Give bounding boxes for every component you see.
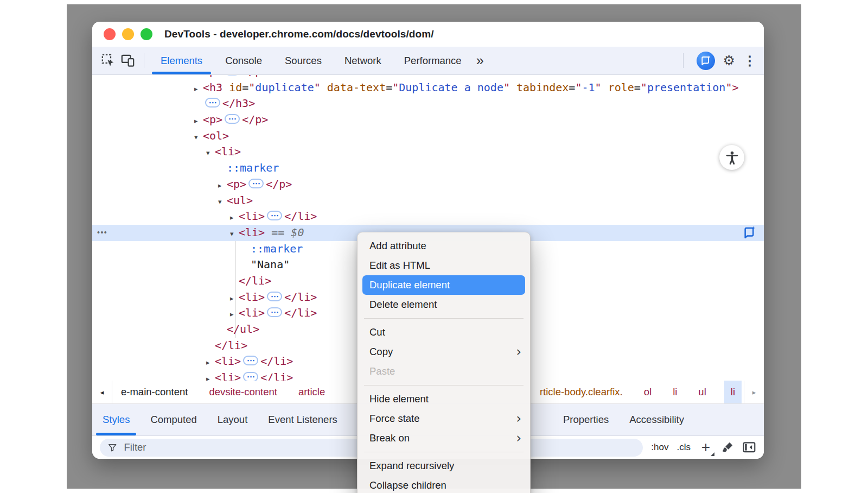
tab-sources[interactable]: Sources xyxy=(273,47,333,74)
code-tag: <li> xyxy=(239,210,265,223)
ellipsis-pill-button[interactable]: ⋯ xyxy=(267,307,282,317)
ellipsis-pill-button[interactable]: ⋯ xyxy=(205,98,220,108)
code-flag: == xyxy=(265,226,291,239)
dom-tree-row[interactable]: ▸<li>⋯</li> xyxy=(92,208,764,225)
menu-item-delete-element[interactable]: Delete element xyxy=(358,295,530,314)
ellipsis-pill-button[interactable]: ⋯ xyxy=(243,372,258,381)
expand-arrow-icon[interactable]: ▾ xyxy=(230,226,239,242)
code-val: duplicate xyxy=(255,81,314,94)
code-tag: </li> xyxy=(260,355,293,368)
breadcrumb-item-li[interactable]: li xyxy=(724,381,742,403)
row-overflow-dots[interactable]: ••• xyxy=(97,225,107,241)
tab-network[interactable]: Network xyxy=(333,47,393,74)
tab-event-listeners[interactable]: Event Listeners xyxy=(258,404,348,435)
toolbar-divider xyxy=(683,53,684,68)
code-tag: <li> xyxy=(239,226,265,239)
dom-tree-row[interactable]: ▸<h3 id="duplicate" data-text="Duplicate… xyxy=(92,80,764,96)
collapse-arrow-icon[interactable]: ▸ xyxy=(194,81,203,97)
menu-item-collapse-children[interactable]: Collapse children xyxy=(358,476,530,493)
tab-properties[interactable]: Properties xyxy=(553,404,619,435)
breadcrumb-item-devsite-content[interactable]: devsite-content xyxy=(206,381,280,403)
menu-item-edit-as-html[interactable]: Edit as HTML xyxy=(358,256,530,275)
collapse-arrow-icon[interactable]: ▸ xyxy=(194,113,203,129)
dom-tree-row[interactable]: ▸<p>⋯</p> xyxy=(92,112,764,128)
code-pseudo: ::marker xyxy=(251,242,303,255)
ellipsis-pill-button[interactable]: ⋯ xyxy=(267,211,282,220)
code-q: " xyxy=(641,81,647,94)
ask-ai-icon[interactable] xyxy=(742,225,757,240)
tab-layout[interactable]: Layout xyxy=(207,404,258,435)
context-menu: Add attributeEdit as HTMLDuplicate eleme… xyxy=(357,232,531,493)
menu-item-add-attribute[interactable]: Add attribute xyxy=(358,236,530,256)
expand-arrow-icon[interactable]: ▾ xyxy=(206,145,215,161)
menu-item-label: Copy xyxy=(369,346,393,358)
breadcrumb-item-e-main-content[interactable]: e-main-content xyxy=(118,381,191,403)
dom-tree-row[interactable]: ::marker xyxy=(92,160,764,176)
code-tag: <li> xyxy=(239,306,265,319)
more-tabs-icon[interactable]: » xyxy=(476,54,484,67)
menu-item-expand-recursively[interactable]: Expand recursively xyxy=(358,456,530,476)
collapse-arrow-icon[interactable]: ▸ xyxy=(206,371,215,381)
close-window-button[interactable] xyxy=(104,28,116,40)
ellipsis-pill-button[interactable]: ⋯ xyxy=(225,75,240,75)
ellipsis-pill-button[interactable]: ⋯ xyxy=(243,356,258,365)
breadcrumb-item-rticle-body-clearfix-[interactable]: rticle-body.clearfix. xyxy=(537,381,626,403)
new-style-rule-button[interactable]: + xyxy=(699,440,713,455)
collapse-arrow-icon[interactable]: ▸ xyxy=(230,306,239,323)
code-q: " xyxy=(725,81,732,94)
ai-assistant-icon[interactable] xyxy=(697,52,715,70)
plus-dropdown-corner-icon xyxy=(711,452,714,456)
maximize-window-button[interactable] xyxy=(141,28,152,40)
ellipsis-pill-button[interactable]: ⋯ xyxy=(267,292,282,301)
dom-tree-row[interactable]: ▸<p>⋯</p> xyxy=(92,176,764,193)
collapse-arrow-icon[interactable]: ▸ xyxy=(206,355,215,371)
tab-performance[interactable]: Performance xyxy=(393,47,473,74)
settings-gear-icon[interactable]: ⚙ xyxy=(723,54,735,67)
code-tag: </p> xyxy=(242,113,268,126)
tab-console[interactable]: Console xyxy=(214,47,273,74)
menu-item-force-state[interactable]: Force state› xyxy=(358,409,530,428)
code-q: " xyxy=(248,81,255,94)
dom-tree-row[interactable]: ▾<ul> xyxy=(92,193,764,209)
tab-styles[interactable]: Styles xyxy=(92,404,140,435)
dom-tree-row[interactable]: ▸<p>⋯</p> xyxy=(92,75,764,80)
menu-item-cut[interactable]: Cut xyxy=(358,323,530,342)
breadcrumb-forward-icon[interactable]: ▸ xyxy=(744,381,764,403)
menu-item-label: Collapse children xyxy=(369,479,446,491)
breadcrumb-item-ol[interactable]: ol xyxy=(641,381,655,403)
dom-tree-row[interactable]: ▾<li> xyxy=(92,144,764,160)
dom-tree-row[interactable]: ⋯</h3> xyxy=(92,96,764,112)
dom-tree-row[interactable]: ▾<ol> xyxy=(92,128,764,144)
breadcrumb-item-article[interactable]: article xyxy=(295,381,328,403)
breadcrumb-item-ul[interactable]: ul xyxy=(695,381,709,403)
collapse-arrow-icon[interactable]: ▸ xyxy=(230,290,239,307)
menu-item-hide-element[interactable]: Hide element xyxy=(358,389,530,409)
tab-computed[interactable]: Computed xyxy=(140,404,207,435)
toggle-element-state-button[interactable]: :hov xyxy=(651,442,668,453)
kebab-menu-icon[interactable]: ⋮ xyxy=(743,54,756,67)
menu-item-break-on[interactable]: Break on› xyxy=(358,428,530,448)
ellipsis-pill-button[interactable]: ⋯ xyxy=(225,114,240,124)
breadcrumb-item-li[interactable]: li xyxy=(669,381,680,403)
menu-item-label: Edit as HTML xyxy=(369,260,430,271)
collapse-arrow-icon[interactable]: ▸ xyxy=(218,178,227,194)
element-classes-button[interactable]: .cls xyxy=(677,442,691,453)
rendering-brush-icon[interactable] xyxy=(721,441,734,454)
collapse-arrow-icon[interactable]: ▸ xyxy=(230,210,239,226)
inspect-element-icon[interactable] xyxy=(100,53,116,69)
toggle-device-toolbar-icon[interactable] xyxy=(119,53,136,69)
tab-elements[interactable]: Elements xyxy=(149,47,214,74)
tab-accessibility[interactable]: Accessibility xyxy=(619,404,694,435)
expand-arrow-icon[interactable]: ▾ xyxy=(218,194,227,210)
code-attr: data-text xyxy=(321,81,386,94)
menu-item-duplicate-element[interactable]: Duplicate element xyxy=(362,275,525,295)
menu-item-label: Expand recursively xyxy=(369,460,454,472)
toggle-sidebar-panel-icon[interactable] xyxy=(742,440,756,454)
breadcrumb-back-icon[interactable]: ◂ xyxy=(92,381,112,403)
minimize-window-button[interactable] xyxy=(122,28,134,40)
menu-item-copy[interactable]: Copy› xyxy=(358,342,530,362)
window-titlebar: DevTools - developer.chrome.com/docs/dev… xyxy=(92,22,764,47)
menu-divider xyxy=(364,452,524,452)
expand-arrow-icon[interactable]: ▾ xyxy=(194,129,203,146)
ellipsis-pill-button[interactable]: ⋯ xyxy=(248,179,264,188)
